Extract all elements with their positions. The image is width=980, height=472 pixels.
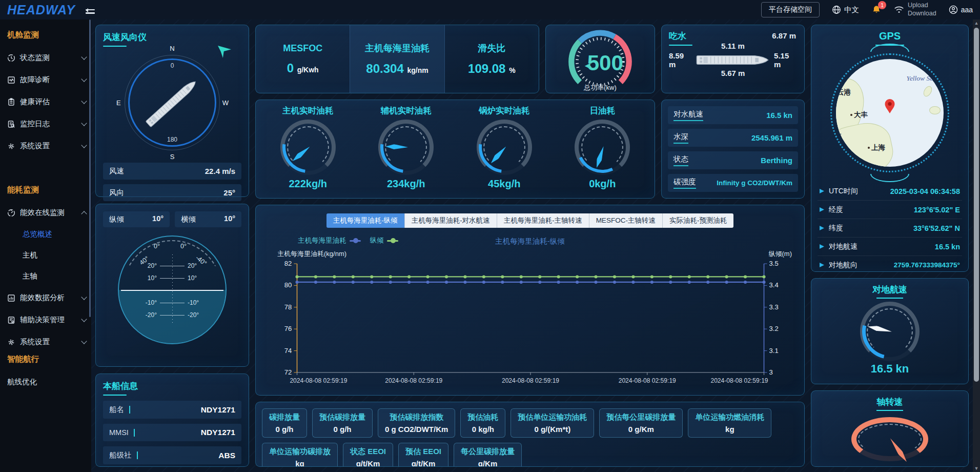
scroll-up-arrow[interactable]: ▲ <box>973 21 980 26</box>
sidebar-item-label: 状态监测 <box>20 53 77 63</box>
scale-label: 10° <box>139 274 157 282</box>
carbon-badge: 预估单位运输功油耗0 g/(Km*t) <box>511 408 594 438</box>
notification-count-badge: 1 <box>878 1 886 9</box>
kpi-panel: MESFOC 0 g/Kwh 主机每海里油耗 80.304 kg/nm 滑失比 … <box>255 25 539 93</box>
kpi-unit: % <box>509 66 515 74</box>
badge-value: kg <box>695 425 764 434</box>
trim-heel-panel: 纵倾 10° 横倾 10° 0° 0° 40° -40° 20°20° 10°1… <box>95 204 249 367</box>
tab-fuel-stw[interactable]: 主机每海里油耗-对水航速 <box>405 213 497 228</box>
gps-map: Yellow Sea 云港 大丰 京 上海 <box>836 59 944 167</box>
legend-item-fuel[interactable]: 主机每海里油耗 <box>298 236 361 245</box>
carbon-intensity-row: 碳强度Infinity g CO2/DWT/Km <box>668 174 798 192</box>
wind-speed-label: 风速 <box>109 166 124 176</box>
incl-apex-right-label: 0° <box>180 243 187 250</box>
bar-chart-icon <box>7 294 15 302</box>
platform-storage-button[interactable]: 平台存储空间 <box>761 2 820 17</box>
tab-fuel-trim[interactable]: 主机每海里油耗-纵倾 <box>326 213 405 228</box>
legend-item-trim[interactable]: 纵倾 <box>370 236 398 245</box>
scrollbar-thumb[interactable] <box>974 28 979 382</box>
row-value: 2025-03-04 06:34:58 <box>858 187 960 195</box>
triangle-icon <box>820 263 824 267</box>
chevron-down-icon <box>81 98 87 104</box>
sidebar-item-monitoring-logs[interactable]: 监控日志 <box>0 113 91 135</box>
sidebar-item-decision-support[interactable]: 辅助决策管理 <box>0 309 91 331</box>
gear-icon <box>7 142 15 150</box>
badge-value: g/t/Km <box>405 459 441 467</box>
sidebar-item-status-monitoring[interactable]: 状态监测 <box>0 47 91 69</box>
tab-mesfoc-shaft-rpm[interactable]: MESFOC-主轴转速 <box>589 213 663 228</box>
tab-fuel-shaft-rpm[interactable]: 主机每海里油耗-主轴转速 <box>497 213 589 228</box>
badge-label: 每公里碳排放量 <box>461 447 515 457</box>
gauge-title: 锅炉实时油耗 <box>479 105 529 116</box>
language-switcher[interactable]: 中文 <box>832 5 859 15</box>
sidebar-item-energy-data-analysis[interactable]: 能效数据分析 <box>0 287 91 309</box>
sidebar-subitem-overview[interactable]: 总览概述 <box>0 224 91 245</box>
badge-value: g/t/Km <box>350 459 386 467</box>
svg-text:2024-08-08 02:59:19: 2024-08-08 02:59:19 <box>290 377 347 384</box>
cog-row: 对地航向2759.767333984375° <box>818 255 962 272</box>
upload-download[interactable]: UploadDownload <box>894 2 936 17</box>
sidebar-item-energy-online-monitoring[interactable]: 能效在线监测 <box>0 202 91 224</box>
daily-fuel-gauge: 日油耗 0kg/h <box>554 105 652 194</box>
headway-logo: HEADWAY <box>7 3 75 17</box>
incl-scale-row: -20°-20° <box>139 311 205 319</box>
gauge-dial <box>378 120 434 175</box>
clock-icon <box>7 54 15 62</box>
chevron-up-icon <box>81 211 87 217</box>
right-axis-name: 纵倾(m) <box>769 249 792 259</box>
line-chart[interactable]: 8280787674723.53.43.33.23.132024-08-08 0… <box>264 259 796 388</box>
scroll-down-arrow[interactable]: ▼ <box>973 466 980 471</box>
sidebar-subitem-main-engine[interactable]: 主机 <box>0 245 91 266</box>
longitude-row: 经度123°6'5.02" E <box>818 200 962 219</box>
row-label: 对地航速 <box>829 242 858 251</box>
svg-text:3.4: 3.4 <box>769 281 779 289</box>
kpi-unit: kg/nm <box>407 66 428 74</box>
sidebar-collapse-icon[interactable] <box>84 6 95 14</box>
sidebar-subitem-main-shaft[interactable]: 主轴 <box>0 266 91 287</box>
sidebar-item-health-assessment[interactable]: 健康评估 <box>0 91 91 113</box>
trim-value: 10° <box>152 214 164 224</box>
svg-text:2024-08-08 02:59:19: 2024-08-08 02:59:19 <box>619 377 676 384</box>
sidebar-scrollbar-thumb[interactable] <box>89 19 91 317</box>
badge-label: 状态 EEOI <box>350 447 386 457</box>
notifications-bell[interactable]: 1 <box>871 5 882 15</box>
diagnosis-icon <box>7 76 15 84</box>
ship-name-row: 船名NDY1271 <box>103 401 241 419</box>
inclinometer: 0° 0° 40° -40° 20°20° 10°10° -10°-10° -2… <box>118 235 227 344</box>
carbon-badge: 碳排放量0 g/h <box>262 408 307 438</box>
sidebar-item-system-settings-2[interactable]: 系统设置 <box>0 331 91 353</box>
incl-scale-row: -10°-10° <box>139 299 205 306</box>
sidebar-item-label: 能效数据分析 <box>20 293 77 303</box>
legend-label: 主机每海里油耗 <box>298 236 346 245</box>
main-content: 风速风向仪 N S E W 0 180 风速 22.4 m/s 风向 25° <box>91 19 973 472</box>
badge-label: 预估油耗 <box>467 412 498 422</box>
tab-actual-vs-predicted[interactable]: 实际油耗-预测油耗 <box>663 213 734 228</box>
chevron-down-icon <box>81 142 87 148</box>
sidebar-item-route-optimization[interactable]: 航线优化 <box>0 371 91 393</box>
svg-text:2024-08-08 02:59:19: 2024-08-08 02:59:19 <box>385 377 442 384</box>
badge-label: 预估碳排放量 <box>319 412 365 422</box>
sidebar-item-fault-diagnosis[interactable]: 故障诊断 <box>0 69 91 91</box>
svg-text:3.3: 3.3 <box>769 303 779 311</box>
sidebar-item-system-settings[interactable]: 系统设置 <box>0 135 91 157</box>
user-menu[interactable]: aaa <box>949 5 973 14</box>
wind-direction-value: 25° <box>223 188 235 197</box>
gauge-dial <box>575 120 630 175</box>
page-scrollbar[interactable]: ▲ ▼ <box>973 19 980 472</box>
language-label: 中文 <box>844 5 859 15</box>
carbon-badge: 单位运输功碳排放kg <box>262 443 338 467</box>
badge-label: 单位运输功燃油消耗 <box>695 412 764 422</box>
sidebar-item-label: 辅助决策管理 <box>20 315 77 325</box>
chevron-down-icon <box>81 294 87 300</box>
sidebar-item-label: 能效在线监测 <box>20 208 77 218</box>
row-value: Infinity g CO2/DWT/Km <box>717 179 792 187</box>
navigation-info-panel: 对水航速16.5 kn 水深2545.961 m 状态Berthing 碳强度I… <box>661 100 805 199</box>
kpi-mesfoc: MESFOC 0 g/Kwh <box>256 25 350 93</box>
scale-label: 20° <box>139 262 157 269</box>
triangle-icon <box>820 189 824 193</box>
carbon-metrics-panel: 碳排放量0 g/h预估碳排放量0 g/h预估碳排放指数0 g CO2/DWT/K… <box>255 402 805 467</box>
row-label: 水深 <box>673 132 688 144</box>
chevron-down-icon <box>81 76 87 82</box>
badge-value: 0 g/Km <box>606 425 676 434</box>
triangle-icon <box>820 207 824 212</box>
